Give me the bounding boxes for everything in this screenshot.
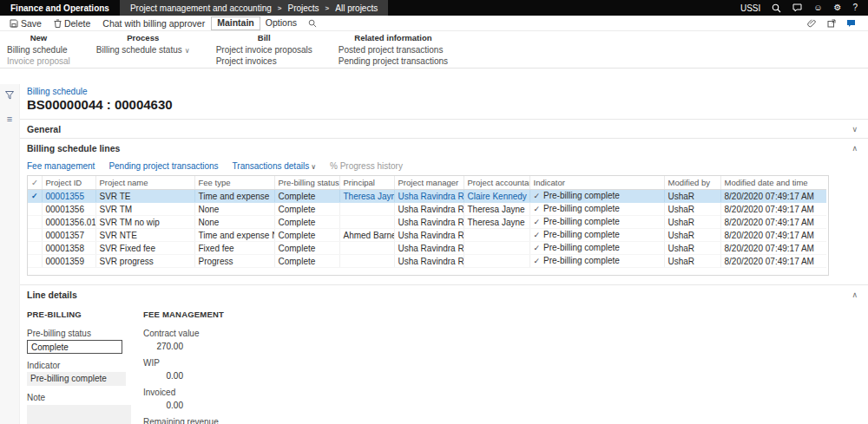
indicator-cell: ✓Pre-billing complete [529, 216, 664, 229]
ribbon-item-invoice-proposal[interactable]: Invoice proposal [7, 55, 70, 67]
principal-cell[interactable] [339, 203, 394, 216]
project-id-link[interactable]: 00001358 [42, 242, 95, 255]
project-manager-cell[interactable]: Usha Ravindra Rao [394, 190, 464, 203]
project-manager-cell[interactable]: Usha Ravindra Rao [394, 242, 464, 255]
project-accountant-cell[interactable] [464, 242, 529, 255]
attachments-icon[interactable] [807, 18, 817, 28]
note-textarea[interactable] [27, 405, 131, 424]
column-header-project-name[interactable]: Project name [95, 176, 194, 190]
ribbon-item-billing-schedule-status[interactable]: Billing schedule status∨ [96, 44, 190, 56]
project-manager-cell[interactable]: Usha Ravindra Rao [394, 229, 464, 242]
project-id-link[interactable]: 00001356 [42, 203, 95, 216]
project-accountant-cell[interactable]: Claire Kennedy [464, 190, 529, 203]
section-header-line-details[interactable]: Line details ∧ [20, 284, 868, 303]
row-select-cell[interactable]: ✓ [28, 190, 42, 203]
page-content: Billing schedule BS00000044 : 00004630 G… [20, 84, 868, 424]
project-accountant-cell[interactable]: Theresa Jayne [464, 203, 529, 216]
project-name-cell: SVR progress [95, 255, 194, 268]
row-select-cell[interactable] [28, 229, 42, 242]
section-header-general[interactable]: General ∨ [20, 119, 868, 138]
row-select-cell[interactable] [28, 242, 42, 255]
project-id-link[interactable]: 00001355 [42, 190, 95, 203]
column-header-modified-datetime[interactable]: Modified date and time [720, 176, 826, 190]
toolbar-link-pending-project-transactions[interactable]: Pending project transactions [108, 161, 218, 171]
project-id-link[interactable]: 00001357 [42, 229, 95, 242]
project-id-link[interactable]: 00001356.01 [42, 216, 95, 229]
table-row[interactable]: 00001356 SVR TM None Complete Usha Ravin… [28, 203, 826, 216]
table-row[interactable]: 00001359 SVR progress Progress Complete … [28, 255, 826, 268]
principal-cell[interactable]: Ahmed Barnett [339, 229, 394, 242]
breadcrumb-item-projects[interactable]: Projects [287, 3, 319, 13]
column-header-principal[interactable]: Principal [339, 176, 394, 190]
project-accountant-cell[interactable] [464, 255, 529, 268]
chevron-up-icon: ∧ [852, 144, 858, 153]
filter-pane-button[interactable] [5, 91, 14, 101]
row-select-cell[interactable] [28, 203, 42, 216]
messages-icon[interactable] [792, 3, 802, 12]
tab-options[interactable]: Options [260, 17, 302, 29]
project-accountant-cell[interactable]: Theresa Jayne [464, 216, 529, 229]
actionbar-search-icon[interactable] [302, 16, 323, 29]
table-row[interactable]: ✓ 00001355 SVR TE Time and expense Compl… [28, 190, 826, 203]
show-conversations-icon[interactable] [846, 19, 856, 28]
feedback-icon[interactable]: ☺ [813, 3, 822, 12]
ribbon-group-title: New [7, 33, 70, 42]
project-manager-cell[interactable]: Usha Ravindra Rao [394, 216, 464, 229]
column-header-project-accountant[interactable]: Project accountant [464, 176, 529, 190]
table-row[interactable]: 00001357 SVR NTE Time and expense NTE Co… [28, 229, 826, 242]
column-header-project-id[interactable]: Project ID [42, 176, 95, 190]
pre-billing-status-label: Pre-billing status [27, 329, 131, 338]
breadcrumb-item-all-projects[interactable]: All projects [335, 3, 378, 13]
project-id-link[interactable]: 00001359 [42, 255, 95, 268]
chevron-down-icon: ∨ [185, 47, 190, 55]
table-row[interactable]: 00001358 SVR Fixed fee Fixed fee Complet… [28, 242, 826, 255]
principal-cell[interactable] [339, 255, 394, 268]
delete-button[interactable]: Delete [48, 16, 96, 29]
action-pane: Save Delete Chat with billing approver M… [0, 16, 868, 31]
row-select-cell[interactable] [28, 255, 42, 268]
menu-toggle-button[interactable]: ≡ [7, 114, 12, 124]
project-accountant-cell[interactable] [464, 229, 529, 242]
help-icon[interactable]: ? [852, 3, 858, 12]
principal-cell[interactable] [339, 242, 394, 255]
project-manager-cell[interactable]: Usha Ravindra Rao [394, 255, 464, 268]
pre-billing-status-cell: Complete [274, 203, 339, 216]
project-name-cell: SVR TM no wip [95, 216, 194, 229]
project-manager-cell[interactable]: Usha Ravindra Rao [394, 203, 464, 216]
column-header-modified-by[interactable]: Modified by [664, 176, 720, 190]
ribbon-item-project-invoices[interactable]: Project invoices [216, 55, 312, 67]
settings-icon[interactable]: ⚙ [833, 3, 841, 12]
tab-maintain[interactable]: Maintain [211, 16, 260, 30]
toolbar-link-fee-management[interactable]: Fee management [27, 161, 95, 171]
row-select-cell[interactable] [28, 216, 42, 229]
company-picker[interactable]: USSI [740, 3, 760, 13]
ribbon-item-project-invoice-proposals[interactable]: Project invoice proposals [216, 44, 312, 55]
toolbar-link-progress-history[interactable]: % Progress history [330, 161, 403, 171]
app-title[interactable]: Finance and Operations [0, 0, 120, 16]
lines-toolbar: Fee management Pending project transacti… [20, 157, 868, 174]
open-in-new-window-icon[interactable] [827, 19, 836, 28]
breadcrumb-item-module[interactable]: Project management and accounting [130, 3, 272, 13]
fee-type-cell: Progress [194, 255, 274, 268]
ribbon-item-billing-schedule[interactable]: Billing schedule [7, 44, 70, 55]
contract-value: 270.00 [143, 342, 183, 351]
table-row[interactable]: 00001356.01 SVR TM no wip None Complete … [28, 216, 826, 229]
principal-cell[interactable] [339, 216, 394, 229]
save-button[interactable]: Save [3, 16, 48, 29]
column-header-project-manager[interactable]: Project manager [394, 176, 464, 190]
chat-with-billing-approver-button[interactable]: Chat with billing approver [96, 16, 211, 29]
column-header-indicator[interactable]: Indicator [529, 176, 664, 190]
chevron-right-icon: > [278, 4, 282, 12]
search-icon[interactable] [772, 3, 781, 13]
column-header-fee-type[interactable]: Fee type [194, 176, 274, 190]
page-caption-link[interactable]: Billing schedule [27, 87, 88, 96]
toolbar-link-transactions-details[interactable]: Transactions details∨ [233, 161, 316, 171]
pre-billing-status-input[interactable] [27, 340, 122, 354]
select-all-checkbox[interactable]: ✓ [28, 176, 42, 190]
ribbon-item-posted-project-transactions[interactable]: Posted project transactions [339, 44, 448, 55]
principal-cell[interactable]: Theresa Jayne [339, 190, 394, 203]
ribbon-item-pending-project-transactions[interactable]: Pending project transactions [339, 55, 448, 67]
column-header-pre-billing-status[interactable]: Pre-billing status [274, 176, 339, 190]
section-header-billing-schedule-lines[interactable]: Billing schedule lines ∧ [20, 138, 868, 157]
section-title: Billing schedule lines [27, 143, 120, 153]
